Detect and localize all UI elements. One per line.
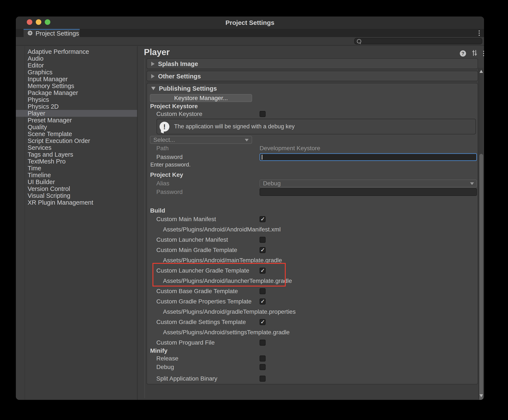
sidebar-item[interactable]: Player xyxy=(16,110,137,117)
sidebar-item[interactable]: UI Builder xyxy=(16,179,137,185)
build-row-checkbox[interactable] xyxy=(260,216,265,222)
keystore-manager-button[interactable]: Keystore Manager... xyxy=(150,94,252,102)
sidebar-item-label: Audio xyxy=(28,55,44,62)
panel-kebab-menu-icon[interactable] xyxy=(483,51,484,56)
build-row: Custom Base Gradle Template xyxy=(147,286,478,296)
minify-row-label: Release xyxy=(147,355,178,362)
build-row: Assets/Plugins/Android/launcherTemplate.… xyxy=(147,276,478,286)
page-title: Player xyxy=(144,47,170,57)
sidebar-item[interactable]: TextMesh Pro xyxy=(16,158,137,165)
vertical-scrollbar[interactable] xyxy=(479,68,484,399)
build-row-checkbox[interactable] xyxy=(260,340,265,346)
alias-value: Debug xyxy=(263,180,281,187)
sidebar-item[interactable]: Editor xyxy=(16,62,137,69)
sidebar-item[interactable]: Visual Scripting xyxy=(16,192,137,199)
section-other-settings[interactable]: Other Settings xyxy=(147,71,478,81)
sidebar-item[interactable]: Time xyxy=(16,165,137,172)
sidebar-item[interactable]: Adaptive Performance xyxy=(16,48,137,55)
window-title: Project Settings xyxy=(16,16,484,29)
sidebar-item[interactable]: Memory Settings xyxy=(16,82,137,89)
scroll-down-arrow-icon[interactable] xyxy=(479,394,483,397)
build-row: Custom Launcher Gradle Template xyxy=(147,265,478,276)
text-caret xyxy=(262,155,262,160)
build-row-checkbox[interactable] xyxy=(260,288,265,294)
project-key-header: Project Key xyxy=(147,172,478,178)
sidebar-item-label: Graphics xyxy=(28,69,52,76)
build-header: Build xyxy=(147,207,478,214)
split-application-binary-label: Split Application Binary xyxy=(147,375,217,382)
sidebar-item[interactable]: Services xyxy=(16,144,137,151)
player-settings-panel: Player ? Splash Image xyxy=(138,46,484,400)
sidebar-item[interactable]: Quality xyxy=(16,124,137,130)
titlebar: Project Settings xyxy=(16,16,484,29)
debug-key-info-box: ! The application will be signed with a … xyxy=(156,119,476,134)
build-row-path: Assets/Plugins/Android/launcherTemplate.… xyxy=(147,278,292,284)
sidebar-item[interactable]: Timeline xyxy=(16,172,137,179)
scrollbar-thumb[interactable] xyxy=(479,154,483,400)
sidebar-item[interactable]: XR Plugin Management xyxy=(16,199,137,206)
minify-rows: Release Debug xyxy=(147,354,478,371)
sidebar-item[interactable]: Input Manager xyxy=(16,76,137,82)
build-row: Assets/Plugins/Android/settingsTemplate.… xyxy=(147,327,478,338)
tab-bar: Project Settings xyxy=(16,29,484,37)
sidebar-item[interactable]: Scene Template xyxy=(16,130,137,137)
build-row: Custom Gradle Settings Template xyxy=(147,317,478,327)
sidebar-item-label: Scene Template xyxy=(28,130,72,137)
build-row: Assets/Plugins/Android/AndroidManifest.x… xyxy=(147,224,478,235)
minify-header: Minify xyxy=(147,347,478,354)
build-row-label: Custom Proguard File xyxy=(147,339,215,346)
window-kebab-menu-icon[interactable] xyxy=(479,30,480,36)
minify-row-checkbox[interactable] xyxy=(260,364,265,370)
custom-keystore-checkbox[interactable] xyxy=(260,111,265,117)
sidebar-item[interactable]: Tags and Layers xyxy=(16,151,137,158)
keystore-password-input[interactable] xyxy=(260,153,477,161)
build-row-checkbox[interactable] xyxy=(260,237,265,243)
alias-label: Alias xyxy=(147,180,169,187)
build-row-checkbox[interactable] xyxy=(260,319,265,325)
sidebar-item-label: Adaptive Performance xyxy=(28,48,89,55)
build-row-checkbox[interactable] xyxy=(260,247,265,253)
scroll-up-arrow-icon[interactable] xyxy=(479,70,483,73)
key-password-input[interactable] xyxy=(260,188,477,196)
sidebar-item[interactable]: Script Execution Order xyxy=(16,137,137,144)
custom-keystore-row: Custom Keystore xyxy=(147,111,478,117)
split-application-binary-checkbox[interactable] xyxy=(260,376,265,382)
build-row-label: Custom Gradle Settings Template xyxy=(147,319,246,325)
search-icon xyxy=(357,39,361,44)
alias-dropdown[interactable]: Debug xyxy=(260,180,477,187)
build-row-label: Custom Launcher Gradle Template xyxy=(147,267,249,274)
chevron-right-icon xyxy=(151,74,155,78)
toolbar xyxy=(16,37,484,46)
warning-text: The application will be signed with a de… xyxy=(174,123,295,130)
tab-project-settings[interactable]: Project Settings xyxy=(23,29,80,37)
sidebar-item[interactable]: Physics xyxy=(16,96,137,103)
help-icon[interactable]: ? xyxy=(460,50,466,57)
build-row-path: Assets/Plugins/Android/AndroidManifest.x… xyxy=(147,226,280,233)
key-password-label: Password xyxy=(147,188,183,195)
project-keystore-header: Project Keystore xyxy=(147,103,478,110)
sidebar-item[interactable]: Physics 2D xyxy=(16,103,137,110)
build-row-checkbox[interactable] xyxy=(260,268,265,274)
sidebar-item-label: Physics xyxy=(28,96,49,103)
keystore-select-dropdown[interactable]: Select... xyxy=(150,136,252,144)
build-row-path: Assets/Plugins/Android/mainTemplate.grad… xyxy=(147,257,282,264)
search-input[interactable] xyxy=(354,38,482,44)
key-password-row: Password xyxy=(147,188,478,196)
build-row-checkbox[interactable] xyxy=(260,299,265,305)
sidebar-item-label: Visual Scripting xyxy=(28,192,70,199)
minify-row: Debug xyxy=(147,363,478,371)
presets-sliders-icon[interactable] xyxy=(471,50,478,57)
sidebar-item[interactable]: Audio xyxy=(16,55,137,62)
minify-row-label: Debug xyxy=(147,364,174,370)
minify-row-checkbox[interactable] xyxy=(260,355,265,361)
chevron-down-icon xyxy=(470,182,474,185)
sidebar-item-label: TextMesh Pro xyxy=(28,158,66,165)
sidebar-item[interactable]: Graphics xyxy=(16,69,137,76)
alias-row: Alias Debug xyxy=(147,180,478,187)
sidebar-item[interactable]: Package Manager xyxy=(16,89,137,96)
sidebar-item[interactable]: Preset Manager xyxy=(16,117,137,124)
publishing-settings-header[interactable]: Publishing Settings xyxy=(147,83,478,94)
sidebar-item[interactable]: Version Control xyxy=(16,185,137,192)
section-splash-image[interactable]: Splash Image xyxy=(147,58,478,69)
build-row-label: Custom Main Gradle Template xyxy=(147,247,237,254)
